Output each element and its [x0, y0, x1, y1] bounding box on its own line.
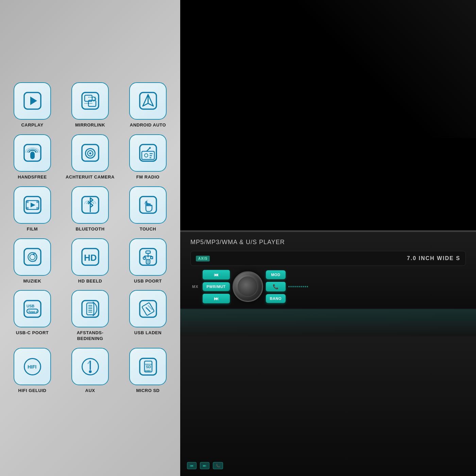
svg-rect-28 — [36, 201, 39, 203]
bano-button[interactable]: BANO — [266, 294, 286, 303]
usb-poort-icon — [137, 246, 159, 268]
wide-screen-label: 7.0 INCH WIDE S — [407, 255, 460, 261]
camera-label: ACHTERUIT CAMERA — [66, 174, 115, 180]
svg-rect-41 — [146, 251, 150, 253]
bluetooth-icon-box — [71, 186, 109, 224]
dot-10 — [307, 286, 308, 287]
icon-usb-c: USB Type C USB-C POORT — [7, 290, 58, 336]
svg-rect-26 — [26, 201, 29, 203]
svg-point-36 — [30, 254, 35, 260]
svg-point-15 — [89, 152, 91, 154]
svg-point-37 — [33, 254, 34, 255]
remote-icon — [79, 298, 101, 320]
usb-poort-icon-box — [129, 238, 167, 276]
aux-icon-box — [71, 348, 109, 385]
icon-touch: TOUCH — [122, 186, 173, 232]
dot-4 — [294, 286, 296, 287]
dot-6 — [299, 286, 300, 287]
mx-label: MX — [192, 285, 199, 289]
dots-display — [288, 286, 309, 287]
icon-mirrorlink: MIRRORLINK — [65, 82, 116, 128]
film-label: FILM — [27, 226, 38, 232]
screen-glare — [299, 0, 476, 138]
svg-rect-29 — [36, 207, 39, 209]
mini-btn-3[interactable]: 📞 — [213, 462, 223, 469]
touch-icon — [137, 194, 159, 216]
knob-container: ⏮ PWR/MUT ⏭ MOD 📞 BANO — [203, 270, 309, 303]
muziek-icon — [21, 246, 44, 268]
icon-hifi: HIFI HIFI GELUID — [7, 348, 58, 394]
axis-badge: AXIS — [196, 256, 210, 261]
mini-btn-1[interactable]: ⏮ — [187, 462, 197, 469]
remote-icon-box — [71, 290, 109, 327]
device-body: MP5/MP3/WMA & U/S PLAYER AXIS 7.0 INCH W… — [180, 231, 476, 308]
microsd-icon: micro SD — [137, 356, 159, 378]
mirrorlink-icon-box — [71, 82, 109, 120]
icon-android-auto: ANDROID AUTO — [122, 82, 173, 128]
fm-radio-icon — [137, 142, 159, 164]
next-track-button[interactable]: ⏭ — [203, 294, 230, 303]
android-auto-label: ANDROID AUTO — [130, 122, 166, 128]
bluetooth-icon — [79, 194, 101, 216]
camera-icon-box — [71, 134, 109, 172]
mod-button[interactable]: MOD — [266, 270, 286, 279]
icon-carplay: CARPLAY — [7, 82, 58, 128]
svg-text:HIFI: HIFI — [28, 364, 36, 370]
carplay-icon-box — [14, 82, 51, 120]
touch-label: TOUCH — [140, 226, 156, 232]
microsd-icon-box: micro SD — [129, 348, 167, 385]
right-nav-btns: MOD 📞 BANO — [266, 270, 286, 303]
icon-film: FILM — [7, 186, 58, 232]
icon-fm-radio: FM RADIO — [122, 134, 173, 180]
aux-icon — [79, 356, 101, 378]
film-icon-box — [14, 186, 51, 224]
camera-icon — [79, 142, 101, 164]
svg-text:USB: USB — [27, 304, 34, 308]
android-auto-icon-box — [129, 82, 167, 120]
svg-point-70 — [89, 370, 91, 373]
svg-text:HD: HD — [84, 253, 97, 263]
device-screen — [180, 0, 476, 231]
volume-knob[interactable] — [233, 271, 263, 302]
muziek-label: MUZIEK — [23, 278, 41, 284]
call-button[interactable]: 📞 — [266, 282, 286, 291]
icon-remote: AFSTANDS- BEDIENING — [65, 290, 116, 342]
android-auto-icon — [137, 90, 159, 112]
fm-radio-icon-box — [129, 134, 167, 172]
aux-label: AUX — [85, 388, 95, 394]
icon-muziek: MUZIEK — [7, 238, 58, 284]
svg-text:Type C: Type C — [28, 310, 38, 313]
icon-handsfree: HANDSFREE — [7, 134, 58, 180]
right-bottom: ⏮ ⏭ 📞 — [180, 336, 476, 476]
svg-rect-45 — [151, 257, 153, 259]
remote-label: AFSTANDS- BEDIENING — [65, 330, 116, 342]
svg-rect-48 — [146, 259, 150, 264]
pwr-button[interactable]: PWR/MUT — [203, 282, 230, 291]
usb-laden-icon — [137, 298, 159, 320]
left-nav-btns: ⏮ PWR/MUT ⏭ — [203, 270, 230, 303]
hifi-label: HIFI GELUID — [18, 388, 47, 394]
dot-5 — [296, 286, 298, 287]
dot-7 — [301, 286, 302, 287]
dot-9 — [305, 286, 306, 287]
icons-grid: CARPLAY MIRRORLINK — [7, 82, 173, 394]
film-icon — [21, 194, 44, 216]
icon-usb-poort: USB POORT — [122, 238, 173, 284]
usb-laden-icon-box — [129, 290, 167, 327]
mini-btn-2[interactable]: ⏭ — [200, 462, 209, 469]
svg-rect-34 — [24, 249, 41, 265]
svg-point-23 — [149, 147, 151, 149]
icon-usb-laden: USB LADEN — [122, 290, 173, 336]
prev-track-button[interactable]: ⏮ — [203, 270, 230, 279]
bluetooth-label: BLUETOOTH — [75, 226, 104, 232]
svg-rect-16 — [140, 144, 156, 161]
usb-laden-label: USB LADEN — [134, 330, 162, 336]
icon-microsd: micro SD MICRO SD — [122, 348, 173, 394]
bottom-controls: ⏮ ⏭ 📞 — [187, 462, 223, 469]
hd-label: HD BEELD — [78, 278, 102, 284]
controls-bar: AXIS 7.0 INCH WIDE S — [190, 251, 466, 266]
handsfree-icon-box — [14, 134, 51, 172]
dot-8 — [303, 286, 304, 287]
icon-bluetooth: BLUETOOTH — [65, 186, 116, 232]
knob-inner — [238, 276, 258, 297]
